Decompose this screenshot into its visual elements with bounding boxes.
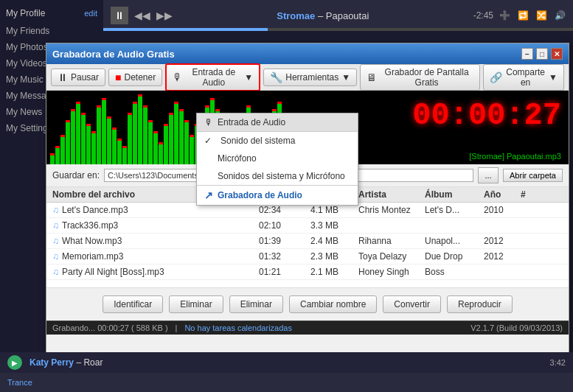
track-info: Stromae – Papaoutai: [178, 10, 468, 21]
dropdown-item-both[interactable]: Sonidos del sistema y Micrófono: [197, 167, 358, 185]
pause-label: Pausar: [71, 72, 99, 83]
file-name: ♫Party All Night [Boss].mp3: [52, 267, 259, 277]
viz-bar: [169, 113, 173, 164]
play-pause-button[interactable]: ⏸: [111, 7, 128, 24]
file-row[interactable]: ♫What Now.mp3 01:39 2.4 MB Rihanna Unapo…: [46, 234, 569, 249]
viz-bar: [174, 102, 178, 164]
volume-icon[interactable]: 🔊: [555, 10, 566, 21]
add-icon[interactable]: ➕: [499, 10, 510, 21]
file-num: [521, 236, 550, 246]
file-artist: Honey Singh: [358, 267, 425, 277]
play-button[interactable]: Reproducir: [447, 295, 513, 313]
file-row[interactable]: ♫Party All Night [Boss].mp3 01:21 2.1 MB…: [46, 265, 569, 280]
viz-bar-top: [122, 146, 127, 148]
file-row[interactable]: ♫Memoriam.mp3 01:32 2.3 MB Toya Delazy D…: [46, 249, 569, 265]
viz-bar: [86, 124, 91, 164]
file-album: Unapol...: [425, 236, 484, 246]
microphone-icon: 🎙: [173, 71, 183, 83]
share-button[interactable]: 🔗 Comparte en ▼: [483, 64, 564, 91]
file-num: [521, 220, 550, 231]
viz-bar-top: [138, 94, 142, 97]
viz-bar-top: [159, 142, 163, 144]
prev-button[interactable]: ◀◀: [134, 10, 150, 21]
no-tasks-link[interactable]: No hay tareas calendarizadas: [184, 323, 292, 332]
dropdown-footer[interactable]: ↗ Grabadora de Audio: [197, 185, 358, 205]
viz-bar: [164, 124, 168, 164]
viz-bar: [81, 113, 86, 164]
share-icon: 🔗: [490, 71, 502, 83]
file-year: [484, 220, 521, 231]
sidebar-item-my-profile[interactable]: My Profile edit: [0, 4, 103, 23]
viz-bar-top: [86, 124, 91, 126]
screen-recorder-label: Grabador de Pantalla Gratis: [380, 67, 473, 88]
file-num: [521, 251, 550, 262]
viz-bar: [184, 120, 189, 164]
input-audio-button[interactable]: 🎙 Entrada de Audio ▼: [165, 63, 260, 91]
system-sound-label: Sonido del sistema: [220, 136, 295, 146]
stop-label: Detener: [125, 72, 156, 83]
viz-bar: [102, 98, 106, 164]
toolbar: ⏸ Pausar ■ Detener 🎙 Entrada de Audio ▼ …: [46, 64, 569, 91]
file-year: [484, 267, 521, 277]
viz-bar: [55, 146, 60, 164]
viz-bar: [179, 109, 184, 164]
file-name: ♫Let's Dance.mp3: [52, 205, 259, 215]
file-year: 2012: [484, 236, 521, 246]
viz-bar-top: [50, 153, 55, 155]
np-play-button[interactable]: ▶: [7, 355, 22, 370]
music-icon: ♫: [52, 251, 59, 262]
tools-label: Herramientas: [285, 72, 338, 83]
viz-bar-top: [102, 98, 106, 100]
viz-bar: [50, 153, 55, 164]
both-label: Sonidos del sistema y Micrófono: [218, 171, 345, 181]
viz-bar-top: [128, 113, 132, 115]
input-label: Entrada de Audio: [186, 67, 241, 88]
file-row[interactable]: ♫Track336.mp3 02:10 3.3 MB: [46, 218, 569, 234]
np-separator: –: [76, 357, 83, 368]
close-button[interactable]: ✕: [551, 48, 563, 60]
maximize-button[interactable]: □: [536, 48, 548, 60]
rename-button[interactable]: Cambiar nombre: [289, 295, 377, 313]
viz-bar: [66, 120, 70, 164]
window-title: Grabadora de Audio Gratis: [52, 49, 175, 60]
dropdown-mic-icon: 🎙: [204, 117, 213, 127]
timer-display: 00:00:27: [412, 98, 561, 133]
delete-button-2[interactable]: Eliminar: [229, 295, 283, 313]
progress-bar[interactable]: [103, 28, 573, 31]
delete-button-1[interactable]: Eliminar: [169, 295, 223, 313]
minimize-button[interactable]: −: [521, 48, 533, 60]
viz-bar: [97, 105, 101, 164]
shuffle-icon[interactable]: 🔀: [536, 10, 547, 21]
dropdown-item-system-sound[interactable]: Sonido del sistema: [197, 132, 358, 150]
music-icon: ♫: [52, 220, 59, 231]
viz-bar-top: [71, 109, 75, 111]
viz-bar-top: [133, 102, 137, 104]
viz-bar-top: [246, 105, 251, 108]
viz-bar: [122, 146, 127, 164]
open-folder-button[interactable]: Abrir carpeta: [503, 169, 563, 182]
screen-recorder-button[interactable]: 🖥 Grabador de Pantalla Gratis: [360, 64, 480, 91]
music-icon: ♫: [52, 205, 59, 215]
viz-bar-top: [184, 120, 189, 122]
next-button[interactable]: ▶▶: [156, 10, 173, 21]
file-list: ♫Let's Dance.mp3 02:34 4.1 MB Chris Mont…: [46, 203, 569, 287]
file-duration: 02:34: [259, 205, 310, 215]
file-album: Boss: [425, 267, 484, 277]
file-artist: [358, 220, 425, 231]
file-year: 2010: [484, 205, 521, 215]
profile-edit-link[interactable]: edit: [84, 9, 97, 18]
convert-button[interactable]: Convertir: [383, 295, 441, 313]
repeat-icon[interactable]: 🔁: [518, 10, 529, 21]
stop-button[interactable]: ■ Detener: [108, 69, 162, 86]
tools-button[interactable]: 🔧 Herramientas ▼: [263, 69, 357, 86]
sidebar-item-my-friends[interactable]: My Friends: [0, 23, 103, 39]
footer-label: Grabadora de Audio: [218, 190, 302, 200]
viz-bar-top: [91, 131, 96, 133]
pause-button[interactable]: ⏸ Pausar: [51, 69, 105, 86]
identify-button[interactable]: Identificar: [103, 295, 163, 313]
sidebar-label-my-profile: My Profile: [6, 8, 45, 18]
dropdown-item-microphone[interactable]: Micrófono: [197, 150, 358, 167]
browse-button[interactable]: ...: [478, 167, 499, 183]
viz-bar-top: [143, 105, 147, 108]
version-text: V2.1.7 (Build 09/03/2013): [470, 323, 563, 332]
